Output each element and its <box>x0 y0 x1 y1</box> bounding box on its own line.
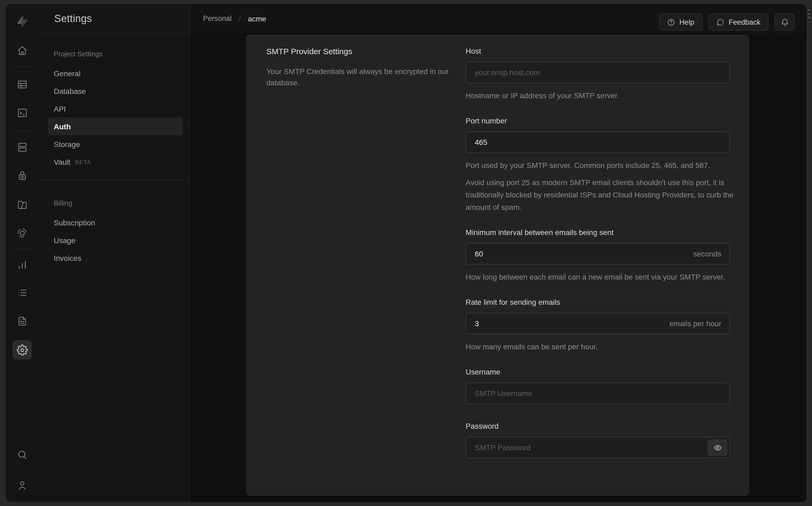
sidebar-header: Settings <box>39 4 189 34</box>
rate-field: Rate limit for sending emails emails per… <box>466 297 730 353</box>
api-docs-icon[interactable] <box>12 311 32 331</box>
app-window: Settings Project Settings General Databa… <box>5 4 807 502</box>
sidebar-item-general[interactable]: General <box>48 64 183 82</box>
project-settings-icon[interactable] <box>12 340 32 359</box>
panel-description: Your SMTP Credentials will always be enc… <box>267 66 452 89</box>
window-scrollbar-thumb[interactable] <box>808 9 810 18</box>
host-label: Host <box>466 46 730 56</box>
speech-bubble-icon <box>716 18 724 26</box>
auth-icon[interactable] <box>12 166 32 185</box>
section-label-project-settings: Project Settings <box>39 50 189 59</box>
top-bar: Personal / acme Help Feedback <box>190 4 807 34</box>
breadcrumb-project[interactable]: acme <box>248 14 266 23</box>
help-button[interactable]: Help <box>659 13 703 30</box>
port-label: Port number <box>466 116 730 125</box>
sidebar-item-invoices[interactable]: Invoices <box>48 249 183 267</box>
panel-info: SMTP Provider Settings Your SMTP Credent… <box>267 46 452 89</box>
sidebar-item-database[interactable]: Database <box>48 82 183 100</box>
smtp-form: Host Hostname or IP address of your SMTP… <box>466 46 730 472</box>
bell-icon <box>780 17 789 26</box>
sidebar-item-vault[interactable]: Vault BETA <box>48 153 183 171</box>
screenshot-frame: Settings Project Settings General Databa… <box>0 0 812 506</box>
page-title: Settings <box>39 13 92 24</box>
table-editor-icon[interactable] <box>12 75 32 94</box>
profile-icon[interactable] <box>12 476 32 495</box>
search-icon[interactable] <box>12 445 32 464</box>
icon-rail <box>5 4 39 502</box>
rate-label: Rate limit for sending emails <box>466 297 730 307</box>
edge-functions-icon[interactable] <box>12 223 32 243</box>
username-input[interactable] <box>466 383 730 404</box>
breadcrumb: Personal / acme <box>203 4 266 33</box>
home-icon[interactable] <box>12 41 32 60</box>
content-area: SMTP Provider Settings Your SMTP Credent… <box>190 33 807 502</box>
section-label-billing: Billing <box>39 198 189 208</box>
port-warning: Avoid using port 25 as modern SMTP email… <box>466 177 735 214</box>
password-field: Password <box>466 421 730 458</box>
host-input[interactable] <box>466 62 730 83</box>
sidebar-item-storage[interactable]: Storage <box>48 135 183 153</box>
port-input[interactable] <box>466 132 730 153</box>
sidebar-item-usage[interactable]: Usage <box>48 231 183 249</box>
supabase-logo-icon[interactable] <box>12 12 32 31</box>
logs-icon[interactable] <box>12 283 32 302</box>
notifications-button[interactable] <box>774 13 795 30</box>
storage-icon[interactable] <box>12 195 32 214</box>
interval-input[interactable] <box>466 243 730 264</box>
rail-divider <box>12 249 32 250</box>
rail-divider <box>12 67 32 67</box>
rate-input[interactable] <box>466 313 730 334</box>
sql-editor-icon[interactable] <box>12 103 32 122</box>
eye-icon <box>714 443 722 451</box>
settings-menu: Project Settings General Database API Au… <box>39 34 189 267</box>
rail-divider <box>12 131 32 132</box>
host-helper: Hostname or IP address of your SMTP serv… <box>466 90 735 102</box>
sidebar-item-api[interactable]: API <box>48 100 183 117</box>
topbar-actions: Help Feedback <box>659 13 795 30</box>
reports-icon[interactable] <box>12 255 32 274</box>
sidebar-item-subscription[interactable]: Subscription <box>48 214 183 231</box>
interval-label: Minimum interval between emails being se… <box>466 228 730 237</box>
database-icon[interactable] <box>12 137 32 157</box>
password-label: Password <box>466 421 730 431</box>
panel-title: SMTP Provider Settings <box>267 46 452 57</box>
rate-helper: How many emails can be sent per hour. <box>466 341 735 353</box>
username-label: Username <box>466 367 730 377</box>
smtp-settings-panel: SMTP Provider Settings Your SMTP Credent… <box>246 34 749 496</box>
settings-sidebar: Settings Project Settings General Databa… <box>39 4 190 502</box>
port-helper: Port used by your SMTP server. Common po… <box>466 159 735 172</box>
host-field: Host Hostname or IP address of your SMTP… <box>466 46 730 102</box>
reveal-password-button[interactable] <box>708 439 727 455</box>
port-field: Port number Port used by your SMTP serve… <box>466 116 730 214</box>
password-input[interactable] <box>466 437 730 458</box>
interval-field: Minimum interval between emails being se… <box>466 228 730 283</box>
breadcrumb-org[interactable]: Personal <box>203 14 232 22</box>
help-circle-icon <box>667 18 675 26</box>
breadcrumb-separator: / <box>239 14 241 23</box>
feedback-button[interactable]: Feedback <box>708 13 768 30</box>
username-field: Username <box>466 367 730 404</box>
beta-badge: BETA <box>75 159 91 165</box>
interval-helper: How long between each email can a new em… <box>466 271 735 283</box>
sidebar-item-auth[interactable]: Auth <box>48 117 183 135</box>
